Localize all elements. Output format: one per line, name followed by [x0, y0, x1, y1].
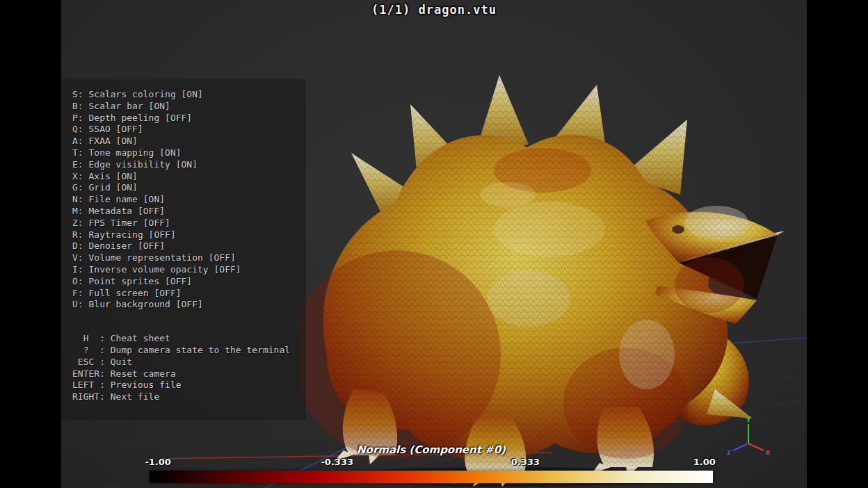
cheatsheet-toggle-line: G: Grid [ON] — [72, 182, 306, 194]
y-axis-label: Y — [745, 416, 751, 423]
cheatsheet-toggle-line: F: Full screen [OFF] — [72, 288, 306, 300]
cheatsheet-toggle-line: M: Metadata [OFF] — [72, 206, 306, 218]
scalar-bar-title: Normals (Component #0) — [150, 444, 713, 456]
dragon-model — [299, 56, 786, 488]
z-axis-arrow — [733, 444, 748, 450]
scalar-bar-tick: -1.00 — [145, 457, 170, 467]
scalar-bar-tick: 0.333 — [511, 457, 540, 467]
cheatsheet-toggle-line: D: Denoiser [OFF] — [72, 241, 306, 252]
cheatsheet-command-line: ENTER: Reset camera — [72, 368, 306, 380]
cheatsheet-toggle-line: Z: FPS Timer [OFF] — [72, 218, 306, 229]
cheatsheet-toggle-line: T: Tone mapping [ON] — [72, 147, 306, 159]
cheatsheet-toggle-line: P: Depth peeling [OFF] — [72, 113, 306, 124]
scalar-bar-ticks: -1.00 -0.333 0.333 1.00 — [150, 457, 713, 468]
cheatsheet-toggle-line: B: Scalar bar [ON] — [72, 101, 306, 113]
window-title: (1/1) dragon.vtu — [61, 3, 807, 17]
cheatsheet-toggle-line: X: Axis [ON] — [72, 171, 306, 183]
x-axis-label: x — [766, 448, 771, 456]
cheatsheet-command-line: RIGHT: Next file — [72, 391, 306, 403]
cheatsheet-toggle-line: O: Point sprites [OFF] — [72, 276, 306, 288]
scalar-bar-tick: -0.333 — [321, 457, 353, 467]
cheatsheet-command-line: H : Cheat sheet — [72, 333, 306, 345]
cheatsheet-toggle-line: V: Volume representation [OFF] — [72, 252, 306, 264]
cheatsheet-command-line: ESC : Quit — [72, 357, 306, 368]
cheatsheet-toggle-line: E: Edge visibility [ON] — [72, 159, 306, 171]
cheatsheet-toggle-line: I: Inverse volume opacity [OFF] — [72, 264, 306, 276]
x-axis-arrow — [748, 444, 764, 450]
cheatsheet-panel: S: Scalars coloring [ON] B: Scalar bar [… — [61, 79, 306, 420]
cheatsheet-toggle-line: U: Blur background [OFF] — [72, 299, 306, 311]
f3d-window: (1/1) dragon.vtu S: Scalars coloring [ON… — [0, 0, 868, 488]
scalar-bar-gradient — [150, 471, 713, 483]
cheatsheet-toggle-line: Q: SSAO [OFF] — [72, 124, 306, 136]
cheatsheet-toggle-line: A: FXAA [ON] — [72, 136, 306, 147]
viewport-3d[interactable]: (1/1) dragon.vtu S: Scalars coloring [ON… — [61, 0, 807, 488]
cheatsheet-gap — [72, 311, 306, 333]
cheatsheet-command-line: ? : Dump camera state to the terminal — [72, 345, 306, 357]
axes-widget: Y x z — [723, 416, 776, 469]
cheatsheet-command-line: LEFT : Previous file — [72, 380, 306, 391]
cheatsheet-toggle-line: R: Raytracing [OFF] — [72, 229, 306, 241]
scalar-bar-tick: 1.00 — [693, 457, 716, 467]
cheatsheet-toggle-line: S: Scalars coloring [ON] — [72, 89, 306, 101]
cheatsheet-toggle-line: N: File name [ON] — [72, 194, 306, 206]
z-axis-label: z — [727, 448, 731, 456]
